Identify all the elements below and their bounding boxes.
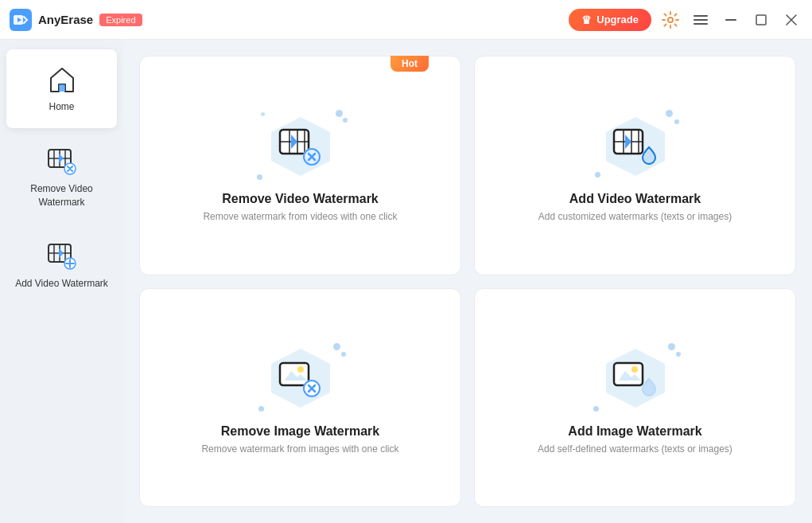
dot9 [341, 352, 346, 357]
add-image-icon-wrapper [592, 341, 679, 416]
card-add-image-watermark[interactable]: Add Image Watermark Add self-defined wat… [474, 288, 796, 508]
minimize-button[interactable] [720, 9, 742, 31]
titlebar-actions: ♛ Upgrade [569, 9, 802, 31]
dot12 [676, 352, 681, 357]
sidebar-home-label: Home [49, 100, 74, 114]
settings-icon-btn[interactable] [659, 9, 682, 31]
dot5 [666, 110, 673, 117]
remove-image-desc: Remove watermark from images with one cl… [201, 443, 398, 455]
remove-video-card-icon [278, 127, 323, 166]
remove-video-title: Remove Video Watermark [222, 192, 379, 206]
close-button[interactable] [780, 9, 802, 31]
svg-point-42 [631, 366, 638, 373]
dot8 [333, 343, 340, 350]
svg-point-37 [297, 366, 304, 373]
remove-image-title: Remove Image Watermark [221, 424, 380, 439]
dot4 [261, 112, 265, 116]
remove-video-icon-wrapper [257, 108, 344, 184]
menu-button[interactable] [690, 9, 712, 31]
dot11 [668, 343, 675, 350]
upgrade-button[interactable]: ♛ Upgrade [569, 9, 651, 31]
remove-image-card-icon [278, 358, 323, 398]
add-image-desc: Add self-defined watermarks (texts or im… [538, 443, 732, 455]
svg-point-2 [668, 18, 673, 22]
sidebar: Home Remove Video Watermark [0, 40, 123, 523]
dot3 [257, 174, 262, 180]
app-logo [10, 9, 32, 31]
remove-video-icon [45, 146, 79, 176]
expired-badge: Expired [99, 14, 142, 26]
sidebar-item-add-video[interactable]: Add Video Watermark [6, 226, 117, 305]
app-name: AnyErase [38, 13, 93, 26]
menu-icon [694, 13, 708, 27]
maximize-button[interactable] [750, 9, 772, 31]
dot13 [593, 406, 599, 412]
dot6 [674, 119, 679, 124]
svg-rect-8 [59, 84, 65, 92]
sidebar-item-remove-video[interactable]: Remove Video Watermark [6, 131, 117, 224]
svg-rect-3 [694, 15, 708, 17]
maximize-icon [756, 14, 767, 25]
add-video-icon-wrapper [592, 108, 679, 184]
svg-rect-6 [725, 19, 736, 21]
dot2 [343, 118, 348, 123]
add-video-desc: Add customized watermarks (texts or imag… [538, 211, 732, 222]
home-icon [46, 64, 78, 94]
card-remove-video-watermark[interactable]: Hot [139, 56, 461, 275]
dot10 [258, 406, 264, 412]
dot1 [336, 110, 343, 117]
sidebar-item-home[interactable]: Home [6, 49, 117, 128]
settings-icon [662, 11, 679, 29]
svg-rect-7 [756, 15, 766, 25]
content-area: Hot [123, 40, 812, 523]
titlebar: AnyErase Expired ♛ Upgrade [0, 0, 812, 40]
svg-rect-5 [694, 23, 708, 25]
sidebar-remove-video-label: Remove Video Watermark [14, 182, 109, 209]
card-remove-image-watermark[interactable]: Remove Image Watermark Remove watermark … [139, 288, 461, 508]
close-icon [786, 14, 797, 25]
card-add-video-watermark[interactable]: Add Video Watermark Add customized water… [474, 56, 796, 275]
hot-badge: Hot [390, 56, 429, 72]
svg-rect-4 [694, 19, 708, 21]
remove-video-desc: Remove watermark from videos with one cl… [203, 211, 397, 222]
main-layout: Home Remove Video Watermark [0, 40, 812, 523]
upgrade-label: Upgrade [596, 14, 639, 25]
add-video-title: Add Video Watermark [569, 192, 701, 206]
add-video-sidebar-icon [45, 240, 79, 271]
sidebar-add-video-label: Add Video Watermark [15, 277, 108, 291]
dot7 [595, 172, 600, 178]
add-image-title: Add Image Watermark [568, 424, 701, 439]
remove-image-icon-wrapper [257, 341, 344, 416]
add-video-card-icon [612, 127, 659, 166]
crown-icon: ♛ [581, 14, 592, 26]
add-image-card-icon [612, 358, 659, 398]
minimize-icon [725, 14, 736, 25]
